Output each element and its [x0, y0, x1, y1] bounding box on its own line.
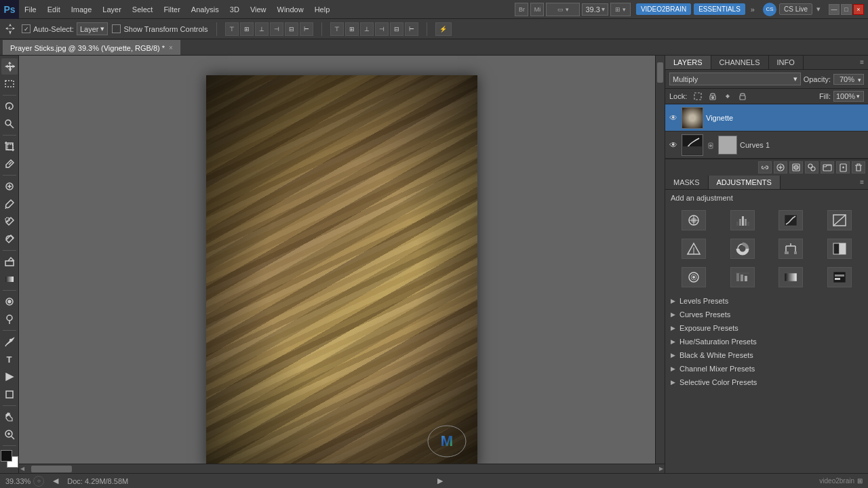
- selectivecolor-presets-item[interactable]: ▶ Selective Color Presets: [665, 375, 868, 389]
- delete-layer-btn[interactable]: [852, 161, 865, 174]
- lock-pixels-icon[interactable]: [707, 91, 718, 102]
- align-top-btn[interactable]: ⊤: [225, 22, 239, 36]
- add-adjustment-btn[interactable]: [805, 161, 818, 174]
- lasso-tool[interactable]: [1, 98, 18, 115]
- document-tab-close[interactable]: ×: [169, 44, 173, 52]
- clone-tool[interactable]: [1, 214, 18, 230]
- vibrance-adj-btn[interactable]: [682, 239, 706, 259]
- huesat-presets-item[interactable]: ▶ Hue/Saturation Presets: [665, 335, 868, 348]
- colorbalance-adj-btn[interactable]: [778, 239, 803, 259]
- menu-image[interactable]: Image: [66, 0, 98, 18]
- blur-tool[interactable]: [1, 293, 18, 310]
- gradient-tool[interactable]: [1, 271, 18, 287]
- levels-presets-item[interactable]: ▶ Levels Presets: [665, 294, 868, 308]
- curves-adj-btn[interactable]: [778, 210, 803, 230]
- distribute-bottom-btn[interactable]: ⊥: [360, 22, 374, 36]
- brightness-adj-btn[interactable]: [682, 210, 706, 230]
- distribute-right-btn[interactable]: ⊢: [405, 22, 418, 36]
- minimize-button[interactable]: —: [829, 4, 840, 15]
- menu-help[interactable]: Help: [309, 0, 336, 18]
- bw-adj-btn[interactable]: [827, 239, 852, 259]
- dodge-tool[interactable]: [1, 311, 18, 327]
- essentials-button[interactable]: ESSENTIALS: [694, 3, 745, 15]
- color-swatches[interactable]: [1, 450, 18, 468]
- eyedropper-tool[interactable]: [1, 156, 18, 172]
- align-vcenter-btn[interactable]: ⊞: [240, 22, 254, 36]
- panel-collapse-icon[interactable]: ≡: [856, 56, 868, 69]
- layer-curves1-visibility[interactable]: 👁: [668, 140, 679, 150]
- exposure-presets-item[interactable]: ▶ Exposure Presets: [665, 321, 868, 335]
- menu-layer[interactable]: Layer: [97, 0, 127, 18]
- close-button[interactable]: ×: [853, 4, 864, 15]
- channels-tab[interactable]: CHANNELS: [711, 56, 769, 69]
- shape-tool[interactable]: [1, 386, 18, 403]
- exposure-adj-btn[interactable]: [827, 210, 852, 230]
- crop-tool[interactable]: [1, 138, 18, 155]
- mini-mini-icon[interactable]: Mi: [530, 3, 544, 16]
- maximize-button[interactable]: □: [841, 4, 852, 15]
- menu-3d[interactable]: 3D: [224, 0, 245, 18]
- marquee-tool[interactable]: [1, 76, 18, 92]
- panel2-collapse-icon[interactable]: ≡: [856, 176, 868, 189]
- add-style-btn[interactable]: [774, 161, 787, 174]
- menu-window[interactable]: Window: [272, 0, 309, 18]
- hand-tool[interactable]: [1, 409, 18, 425]
- status-nav-right[interactable]: ▶: [435, 476, 445, 486]
- lock-transparent-icon[interactable]: [692, 91, 703, 102]
- canvas-scroll-horizontal[interactable]: ◀ ▶: [19, 464, 665, 473]
- levels-adj-btn[interactable]: [730, 210, 755, 230]
- zoom-tool[interactable]: [1, 426, 18, 443]
- menu-select[interactable]: Select: [127, 0, 159, 18]
- channelmix-presets-item[interactable]: ▶ Channel Mixer Presets: [665, 362, 868, 375]
- align-right-btn[interactable]: ⊢: [300, 22, 313, 36]
- layer-curves1[interactable]: 👁 Curves 1: [665, 131, 868, 159]
- layer-type-dropdown[interactable]: Layer ▾: [77, 22, 108, 35]
- distribute-left-btn[interactable]: ⊣: [375, 22, 389, 36]
- path-selection-tool[interactable]: [1, 369, 18, 385]
- text-tool[interactable]: T: [1, 351, 18, 367]
- align-hcenter-btn[interactable]: ⊟: [285, 22, 298, 36]
- menu-view[interactable]: View: [245, 0, 272, 18]
- blend-mode-dropdown[interactable]: Multiply ▾: [669, 73, 801, 85]
- opacity-input[interactable]: 70% ▾: [833, 74, 864, 85]
- layers-tab[interactable]: LAYERS: [665, 56, 711, 69]
- auto-select-checkbox[interactable]: ✓: [22, 24, 31, 33]
- create-new-layer-btn[interactable]: [836, 161, 850, 174]
- create-group-btn[interactable]: [821, 161, 834, 174]
- magic-wand-tool[interactable]: [1, 116, 18, 132]
- lock-all-icon[interactable]: [737, 91, 748, 102]
- bw-presets-item[interactable]: ▶ Black & White Presets: [665, 348, 868, 362]
- zoom-dropdown-arrow[interactable]: ▾: [601, 5, 605, 13]
- curves-presets-item[interactable]: ▶ Curves Presets: [665, 308, 868, 321]
- menu-file[interactable]: File: [19, 0, 42, 18]
- selectivecolor-adj-btn[interactable]: [827, 267, 852, 287]
- channelmixer-adj-btn[interactable]: [730, 267, 755, 287]
- arrange-windows[interactable]: ⊞ ▾: [610, 3, 631, 16]
- status-progress-circle[interactable]: ○: [33, 476, 44, 487]
- scroll-left-arrow[interactable]: ◀: [20, 466, 24, 472]
- canvas-scroll-vertical[interactable]: [655, 56, 665, 464]
- video2brain-button[interactable]: VIDEO2BRAIN: [636, 3, 691, 15]
- menu-filter[interactable]: Filter: [158, 0, 185, 18]
- align-bottom-btn[interactable]: ⊥: [255, 22, 269, 36]
- view-mode-dropdown[interactable]: ▭ ▾: [546, 3, 580, 16]
- foreground-color-swatch[interactable]: [1, 450, 12, 462]
- align-left-btn[interactable]: ⊣: [270, 22, 283, 36]
- fill-input[interactable]: 100% ▾: [833, 91, 864, 102]
- menu-analysis[interactable]: Analysis: [186, 0, 224, 18]
- layer-vignette-visibility[interactable]: 👁: [668, 113, 679, 123]
- history-brush-tool[interactable]: [1, 231, 18, 247]
- cs-icon[interactable]: CS: [763, 3, 776, 16]
- distribute-hcenter-btn[interactable]: ⊟: [390, 22, 403, 36]
- move-tool[interactable]: [1, 58, 18, 75]
- lock-position-icon[interactable]: [722, 91, 733, 102]
- eraser-tool[interactable]: [1, 253, 18, 270]
- brush-tool[interactable]: [1, 196, 18, 212]
- layer-vignette[interactable]: 👁 Vignette: [665, 104, 868, 131]
- pen-tool[interactable]: [1, 333, 18, 350]
- distribute-vcenter-btn[interactable]: ⊞: [345, 22, 359, 36]
- huesat-adj-btn[interactable]: [730, 239, 755, 259]
- cslive-button[interactable]: CS Live: [779, 3, 812, 15]
- status-nav-left[interactable]: ◀: [51, 476, 60, 486]
- menu-edit[interactable]: Edit: [42, 0, 66, 18]
